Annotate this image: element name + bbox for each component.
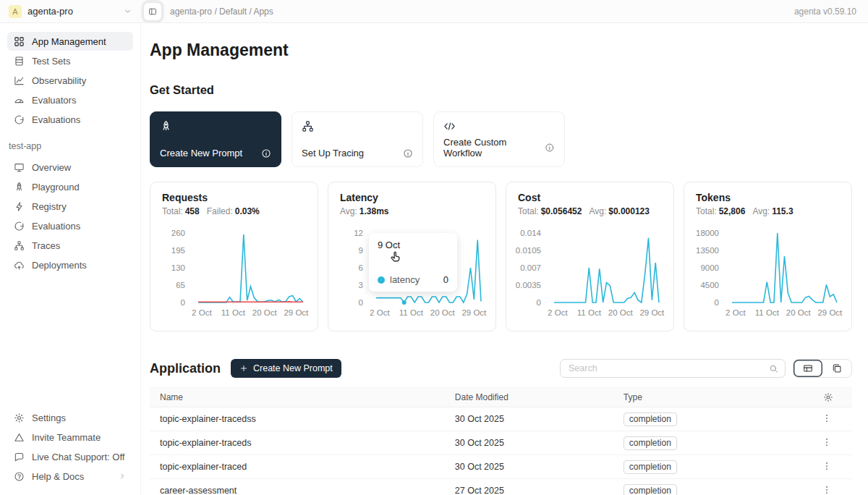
breadcrumb[interactable]: agenta-pro / Default / Apps — [170, 7, 273, 17]
x-axis-tick: 20 Oct — [252, 308, 277, 317]
create-new-prompt-button[interactable]: Create New Prompt — [231, 359, 341, 378]
chart-tokens[interactable]: 18000135009000450002 Oct11 Oct20 Oct29 O… — [696, 227, 840, 305]
sidebar-item-label: Traces — [32, 240, 60, 251]
y-axis-tick: 0 — [181, 298, 185, 307]
sidebar-item-settings[interactable]: Settings — [7, 408, 133, 427]
stat-value: 1.38ms — [359, 206, 389, 216]
sidebar-item-label: Observability — [32, 75, 86, 86]
gauge-arrow-icon — [14, 114, 25, 125]
cursor-hand-icon — [388, 250, 401, 263]
stat-card-title: Tokens — [696, 192, 840, 203]
chart-requests[interactable]: 2601951306502 Oct11 Oct20 Oct29 Oct — [162, 227, 306, 305]
sidebar-item-label: Evaluations — [32, 114, 80, 125]
get-started-card-create-custom-workflow[interactable]: Create Custom Workflow — [433, 111, 565, 167]
gauge-icon — [14, 95, 25, 106]
column-header-date-modified[interactable]: Date Modified — [445, 392, 613, 402]
type-tag: completion — [624, 436, 677, 450]
x-axis-tick: 11 Oct — [755, 308, 779, 317]
get-started-card-label: Create New Prompt — [160, 148, 242, 158]
y-axis-tick: 0 — [537, 298, 541, 307]
sidebar-item-test-sets[interactable]: Test Sets — [7, 51, 133, 70]
sidebar-item-live-chat-support-off[interactable]: Live Chat Support: Off — [7, 447, 133, 466]
get-started-card-set-up-tracing[interactable]: Set Up Tracing — [292, 111, 423, 167]
tree-icon — [14, 240, 25, 251]
x-axis-tick: 29 Oct — [817, 308, 842, 317]
bolt-icon — [14, 201, 25, 212]
table-row[interactable]: career-assessment27 Oct 2025completion — [150, 479, 852, 495]
stat-value: 458 — [185, 206, 200, 216]
cell-date-modified: 27 Oct 2025 — [445, 486, 613, 495]
info-icon[interactable] — [403, 148, 413, 158]
x-axis-tick: 2 Oct — [726, 308, 745, 317]
search-input[interactable] — [567, 363, 769, 374]
get-started-card-label: Create Custom Workflow — [443, 137, 545, 158]
table-row[interactable]: topic-explainer-traced30 Oct 2025complet… — [150, 455, 852, 479]
y-axis-tick: 9 — [359, 246, 363, 255]
sidebar-main-nav: App ManagementTest SetsObservabilityEval… — [7, 32, 133, 130]
row-actions-button[interactable] — [820, 483, 833, 495]
sidebar-item-app-management[interactable]: App Management — [7, 32, 133, 51]
y-axis-tick: 12 — [354, 229, 363, 237]
rocket-icon — [160, 120, 172, 132]
get-started-card-create-new-prompt[interactable]: Create New Prompt — [150, 111, 281, 167]
stat-value: 115.3 — [772, 206, 793, 216]
x-axis-tick: 29 Oct — [639, 308, 664, 317]
column-header-type[interactable]: Type — [613, 392, 789, 402]
x-axis-tick: 20 Oct — [608, 308, 633, 317]
info-icon[interactable] — [545, 143, 555, 153]
gear-icon — [14, 412, 25, 423]
sidebar-item-traces[interactable]: Traces — [7, 236, 133, 255]
table-row[interactable]: topic-explainer-traceds30 Oct 2025comple… — [150, 431, 852, 455]
x-axis-tick: 20 Oct — [430, 308, 455, 317]
stat-card-title: Requests — [162, 192, 306, 203]
row-actions-button[interactable] — [820, 412, 833, 427]
table-header-row: Name Date Modified Type — [150, 387, 852, 407]
sidebar-item-label: Live Chat Support: Off — [32, 452, 124, 462]
stat-value: 0.03% — [235, 206, 260, 216]
row-actions-button[interactable] — [820, 460, 833, 475]
type-tag: completion — [624, 412, 677, 426]
row-actions-button[interactable] — [820, 436, 833, 451]
table-settings-gear-icon[interactable] — [823, 392, 833, 402]
type-tag: completion — [624, 460, 677, 474]
sidebar-item-label: Playground — [32, 182, 80, 192]
dots-vertical-icon — [822, 437, 832, 447]
sidebar-item-observability[interactable]: Observability — [7, 71, 133, 90]
triangle-alert-icon — [14, 432, 25, 443]
sidebar-item-playground[interactable]: Playground — [7, 177, 133, 196]
y-axis-tick: 0.0105 — [516, 246, 541, 255]
x-axis-tick: 11 Oct — [399, 308, 423, 317]
sidebar-item-registry[interactable]: Registry — [7, 197, 133, 216]
search-icon[interactable] — [769, 364, 778, 373]
monitor-icon — [14, 162, 25, 173]
card-view-button[interactable] — [822, 360, 851, 377]
chart-cost[interactable]: 0.0140.01050.0070.003502 Oct11 Oct20 Oct… — [518, 227, 662, 305]
column-header-name[interactable]: Name — [150, 392, 445, 402]
get-started-cards: Create New PromptSet Up TracingCreate Cu… — [150, 111, 852, 167]
card-view-icon — [832, 363, 842, 373]
sidebar-item-evaluators[interactable]: Evaluators — [7, 90, 133, 109]
table-view-button[interactable] — [793, 360, 822, 377]
tree-icon — [302, 120, 314, 132]
sidebar-panel-icon — [148, 7, 157, 17]
stat-label: Avg: — [340, 206, 357, 216]
x-axis-tick: 11 Oct — [577, 308, 601, 317]
table-row[interactable]: topic-explainer-tracedss30 Oct 2025compl… — [150, 407, 852, 431]
stat-value: $0.000123 — [608, 206, 650, 216]
x-axis-tick: 11 Oct — [221, 308, 245, 317]
info-icon[interactable] — [261, 148, 271, 158]
sidebar-item-help-docs[interactable]: Help & Docs — [7, 467, 133, 486]
sidebar-item-deployments[interactable]: Deployments — [7, 255, 133, 274]
cell-name: topic-explainer-traced — [150, 462, 445, 472]
create-new-prompt-label: Create New Prompt — [253, 363, 333, 373]
workspace-selector[interactable]: A agenta-pro — [0, 5, 141, 18]
y-axis-tick: 130 — [171, 263, 185, 272]
sidebar-toggle-button[interactable] — [143, 2, 162, 21]
sidebar-item-invite-teammate[interactable]: Invite Teammate — [7, 428, 133, 447]
stats-charts-row: RequestsTotal:458Failed:0.03%26019513065… — [150, 182, 852, 331]
sidebar-item-evaluations[interactable]: Evaluations — [7, 216, 133, 235]
sidebar-item-overview[interactable]: Overview — [7, 158, 133, 177]
legend-dot — [378, 276, 385, 284]
sidebar-item-evaluations[interactable]: Evaluations — [7, 110, 133, 129]
table-body: topic-explainer-tracedss30 Oct 2025compl… — [150, 407, 852, 495]
